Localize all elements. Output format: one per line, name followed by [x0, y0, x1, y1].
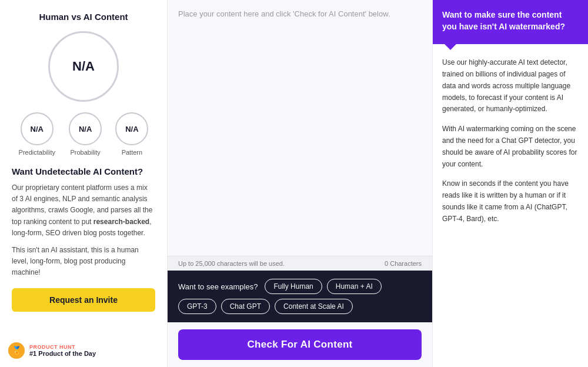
metric-probability: N/A Probability	[69, 112, 102, 156]
promo-paragraph-2: This isn't an AI assistant, this is a hu…	[12, 245, 155, 279]
main-score-gauge: N/A	[48, 31, 119, 102]
right-para-2: With AI watermarking coming on the scene…	[442, 124, 579, 170]
panel-title: Human vs AI Content	[12, 12, 155, 22]
metrics-row: N/A Predictability N/A Probability N/A P…	[12, 112, 155, 156]
char-count-bar: Up to 25,000 characters will be used. 0 …	[168, 256, 432, 271]
left-panel: Human vs AI Content N/A N/A Predictabili…	[0, 0, 168, 367]
metric-pattern: N/A Pattern	[115, 112, 148, 156]
chip-fully-human[interactable]: Fully Human	[265, 279, 322, 294]
right-para-3: Know in seconds if the content you have …	[442, 178, 579, 225]
product-hunt-text: PRODUCT HUNT #1 Product of the Day	[29, 344, 96, 357]
promo-title: Want Undetectable AI Content?	[12, 166, 155, 176]
char-limit-text: Up to 25,000 characters will be used.	[178, 260, 285, 267]
chip-human-plus-ai[interactable]: Human + AI	[327, 279, 382, 294]
probability-label: Probability	[70, 149, 100, 156]
pattern-label: Pattern	[122, 149, 142, 156]
right-body: Use our highly-accurate AI text detector…	[433, 44, 588, 238]
metric-predictability: N/A Predictability	[19, 112, 55, 156]
middle-panel: Place your content here and click 'Check…	[168, 0, 432, 367]
probability-circle: N/A	[69, 112, 102, 145]
check-btn-area: Check For AI Content	[168, 322, 432, 367]
examples-label: Want to see examples?	[178, 282, 258, 291]
ph-label: PRODUCT HUNT	[29, 344, 96, 350]
char-count: 0 Characters	[385, 260, 422, 267]
chip-chat-gpt[interactable]: Chat GPT	[221, 299, 270, 314]
chip-gpt3[interactable]: GPT-3	[178, 299, 216, 314]
right-para-1: Use our highly-accurate AI text detector…	[442, 57, 579, 115]
promo-paragraph-1: Our proprietary content platform uses a …	[12, 182, 155, 239]
textarea-placeholder: Place your content here and click 'Check…	[178, 9, 390, 18]
examples-bar: Want to see examples? Fully Human Human …	[168, 271, 432, 322]
content-textarea[interactable]	[178, 9, 422, 246]
invite-button[interactable]: Request an Invite	[12, 288, 155, 312]
product-hunt-icon: 🏅	[8, 342, 25, 359]
main-score-value: N/A	[72, 59, 95, 74]
predictability-label: Predictability	[19, 149, 55, 156]
check-ai-content-button[interactable]: Check For AI Content	[178, 329, 422, 360]
chip-content-at-scale[interactable]: Content at Scale AI	[275, 299, 353, 314]
right-header-text: Want to make sure the content you have i…	[442, 10, 565, 31]
pattern-circle: N/A	[115, 112, 148, 145]
product-hunt-badge: 🏅 PRODUCT HUNT #1 Product of the Day	[8, 342, 96, 359]
ph-sub: #1 Product of the Day	[29, 350, 96, 357]
content-textarea-area[interactable]: Place your content here and click 'Check…	[168, 0, 432, 256]
right-panel: Want to make sure the content you have i…	[432, 0, 588, 367]
right-header: Want to make sure the content you have i…	[433, 0, 588, 44]
predictability-circle: N/A	[21, 112, 54, 145]
